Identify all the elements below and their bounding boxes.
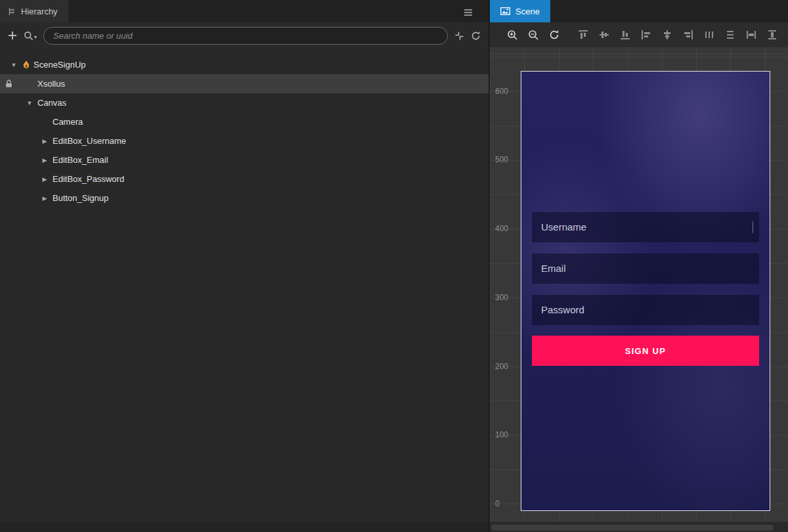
align-left-icon[interactable] xyxy=(641,30,651,40)
reset-view-icon[interactable] xyxy=(549,30,559,40)
scene-viewport[interactable]: 600 500 400 300 200 100 0 Username Email… xyxy=(490,47,788,532)
stretch-v-icon[interactable] xyxy=(767,30,777,40)
tree-item-label: EditBox_Email xyxy=(53,155,108,165)
magnifier-icon xyxy=(24,31,33,41)
editbox-email-preview[interactable]: Email xyxy=(532,254,759,284)
dropdown-caret-icon: ▾ xyxy=(34,34,37,41)
editbox-email-placeholder: Email xyxy=(541,263,566,274)
ruler-label: 500 xyxy=(495,155,508,164)
hierarchy-tree-icon xyxy=(8,7,16,16)
tree-item-camera[interactable]: Camera xyxy=(0,112,489,131)
scene-image-icon xyxy=(500,7,510,15)
lock-icon[interactable] xyxy=(5,79,12,90)
tree-item-editbox-password[interactable]: ▶ EditBox_Password xyxy=(0,169,489,188)
flame-icon xyxy=(22,60,30,70)
editbox-password-placeholder: Password xyxy=(541,304,584,315)
collapse-all-icon[interactable] xyxy=(454,31,464,41)
editbox-username-preview[interactable]: Username xyxy=(532,212,759,242)
horizontal-scrollbar[interactable] xyxy=(490,522,788,532)
expand-closed-icon[interactable]: ▶ xyxy=(40,176,49,183)
distribute-h-icon[interactable] xyxy=(704,30,714,40)
tree-item-label: EditBox_Username xyxy=(53,136,126,146)
align-hcenter-icon[interactable] xyxy=(662,30,672,40)
ruler-label: 400 xyxy=(495,224,508,233)
ruler-label: 600 xyxy=(495,87,508,96)
hierarchy-tree: ▼ SceneSignUp Xsollus ▼ Canvas Camera xyxy=(0,49,489,208)
ruler-label: 300 xyxy=(495,293,508,302)
tree-item-label: SceneSignUp xyxy=(33,60,86,70)
hierarchy-toolbar: ▾ xyxy=(0,22,489,49)
expand-closed-icon[interactable]: ▶ xyxy=(40,195,49,202)
tree-item-label: Camera xyxy=(53,117,83,127)
tab-scene[interactable]: Scene xyxy=(490,0,550,22)
horizontal-scrollbar-thumb[interactable] xyxy=(491,525,774,531)
panel-menu-icon[interactable] xyxy=(464,7,473,19)
tab-scene-label: Scene xyxy=(515,7,540,16)
align-bottom-icon[interactable] xyxy=(620,30,630,40)
tree-item-canvas[interactable]: ▼ Canvas xyxy=(0,93,489,112)
align-right-icon[interactable] xyxy=(683,30,693,40)
signup-button-preview[interactable]: SIGN UP xyxy=(532,336,759,366)
ruler-label: 200 xyxy=(495,362,508,371)
expand-closed-icon[interactable]: ▶ xyxy=(40,138,49,144)
text-caret xyxy=(753,221,753,233)
tree-item-button-signup[interactable]: ▶ Button_Signup xyxy=(0,188,489,208)
search-filter-button[interactable]: ▾ xyxy=(24,31,37,41)
tab-hierarchy-label: Hierarchy xyxy=(21,7,58,16)
scene-panel: Scene xyxy=(489,0,788,532)
design-canvas-preview[interactable]: Username Email Password SIGN UP xyxy=(521,71,770,511)
expand-open-icon[interactable]: ▼ xyxy=(9,62,18,68)
tree-item-scene-sign-up[interactable]: ▼ SceneSignUp xyxy=(0,55,489,74)
tree-item-label: Canvas xyxy=(37,98,66,108)
tree-item-editbox-username[interactable]: ▶ EditBox_Username xyxy=(0,131,489,150)
editor-window: Hierarchy ▾ ▼ xyxy=(0,0,788,532)
ruler-label: 0 xyxy=(495,499,500,508)
scene-tab-bar: Scene xyxy=(490,0,788,22)
tree-item-label: EditBox_Password xyxy=(53,174,124,184)
scene-toolbar xyxy=(490,22,788,47)
refresh-icon[interactable] xyxy=(471,31,481,41)
zoom-in-icon[interactable] xyxy=(507,30,517,40)
tree-item-xsollus[interactable]: Xsollus xyxy=(0,74,489,93)
tab-hierarchy[interactable]: Hierarchy xyxy=(0,0,68,22)
tree-item-label: Button_Signup xyxy=(53,193,108,203)
expand-open-icon[interactable]: ▼ xyxy=(25,100,34,106)
distribute-v-icon[interactable] xyxy=(725,30,735,40)
hierarchy-panel: Hierarchy ▾ ▼ xyxy=(0,0,489,532)
add-node-button[interactable] xyxy=(8,31,17,40)
align-vcenter-icon[interactable] xyxy=(599,30,609,40)
hierarchy-footer-bar xyxy=(0,523,489,532)
stretch-h-icon[interactable] xyxy=(746,30,756,40)
search-input[interactable] xyxy=(43,27,448,45)
editbox-username-placeholder: Username xyxy=(541,221,586,233)
editbox-password-preview[interactable]: Password xyxy=(532,295,759,325)
signup-button-label: SIGN UP xyxy=(625,346,667,356)
zoom-out-icon[interactable] xyxy=(528,30,538,40)
ruler-label: 100 xyxy=(495,430,508,439)
tree-item-editbox-email[interactable]: ▶ EditBox_Email xyxy=(0,150,489,169)
align-top-icon[interactable] xyxy=(578,30,588,40)
hierarchy-tab-bar: Hierarchy xyxy=(0,0,489,22)
tree-item-label: Xsollus xyxy=(37,79,65,89)
expand-closed-icon[interactable]: ▶ xyxy=(40,157,49,164)
